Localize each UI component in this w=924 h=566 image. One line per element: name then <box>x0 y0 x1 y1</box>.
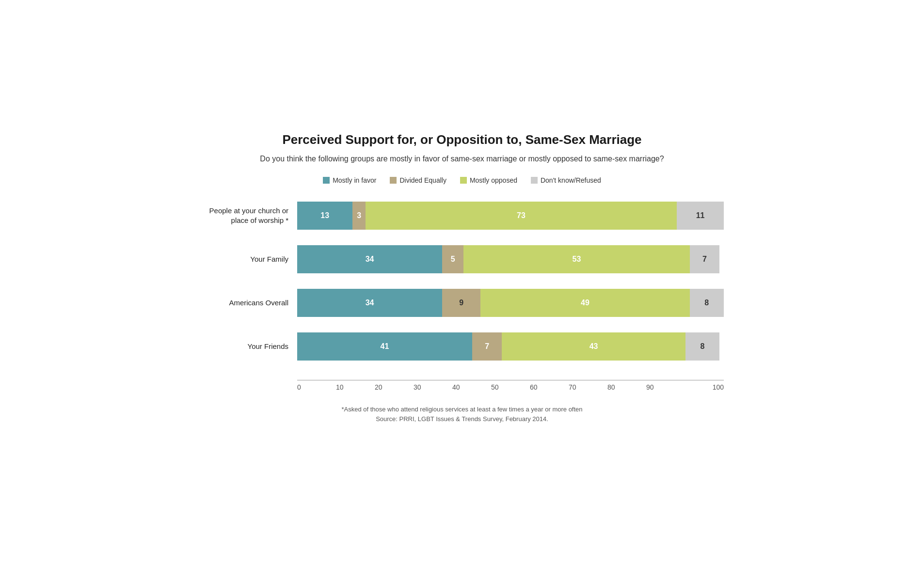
bar-row-0: People at your church or place of worshi… <box>200 202 724 230</box>
bar-segment-0-0: 13 <box>297 202 352 230</box>
legend-swatch-2 <box>460 177 467 184</box>
bar-segment-0-2: 73 <box>366 202 677 230</box>
x-tick-1: 10 <box>336 383 375 391</box>
bar-segment-3-2: 43 <box>502 332 685 361</box>
x-tick-9: 90 <box>646 383 685 391</box>
legend-swatch-1 <box>390 177 397 184</box>
bar-row-1: Your Family345537 <box>200 245 724 273</box>
legend-item-3: Don't know/Refused <box>531 176 601 184</box>
legend-label-1: Divided Equally <box>399 176 446 184</box>
bar-track-2: 349498 <box>297 289 724 317</box>
x-tick-2: 20 <box>375 383 414 391</box>
legend-swatch-0 <box>323 177 330 184</box>
bar-segment-1-0: 34 <box>297 245 442 273</box>
x-axis: 0102030405060708090100 <box>297 380 724 391</box>
bar-segment-3-0: 41 <box>297 332 472 361</box>
footnote: *Asked of those who attend religious ser… <box>200 405 724 425</box>
bar-segment-0-3: 11 <box>677 202 724 230</box>
legend-item-1: Divided Equally <box>390 176 446 184</box>
bar-track-3: 417438 <box>297 332 724 361</box>
chart-container: Perceived Support for, or Opposition to,… <box>171 112 753 454</box>
bar-track-0: 1337311 <box>297 202 724 230</box>
bar-segment-3-1: 7 <box>472 332 502 361</box>
bar-segment-1-1: 5 <box>442 245 463 273</box>
x-tick-4: 40 <box>452 383 491 391</box>
bar-row-3: Your Friends417438 <box>200 332 724 361</box>
legend-swatch-3 <box>531 177 538 184</box>
legend: Mostly in favorDivided EquallyMostly opp… <box>200 176 724 184</box>
x-tick-0: 0 <box>297 383 336 391</box>
bar-segment-2-3: 8 <box>690 289 724 317</box>
bar-label-0: People at your church or place of worshi… <box>200 206 297 225</box>
legend-item-0: Mostly in favor <box>323 176 376 184</box>
bar-row-2: Americans Overall349498 <box>200 289 724 317</box>
bar-segment-2-1: 9 <box>442 289 480 317</box>
bar-segment-0-1: 3 <box>352 202 365 230</box>
bar-label-1: Your Family <box>200 254 297 264</box>
legend-label-2: Mostly opposed <box>470 176 517 184</box>
bar-segment-2-2: 49 <box>480 289 689 317</box>
x-tick-6: 60 <box>530 383 569 391</box>
legend-item-2: Mostly opposed <box>460 176 517 184</box>
bar-track-1: 345537 <box>297 245 724 273</box>
bar-segment-3-3: 8 <box>685 332 719 361</box>
x-tick-5: 50 <box>491 383 530 391</box>
legend-label-3: Don't know/Refused <box>541 176 601 184</box>
x-tick-8: 80 <box>607 383 646 391</box>
legend-label-0: Mostly in favor <box>333 176 376 184</box>
chart-subtitle: Do you think the following groups are mo… <box>200 153 724 165</box>
x-tick-10: 100 <box>685 383 724 391</box>
x-tick-3: 30 <box>414 383 452 391</box>
bar-segment-1-3: 7 <box>690 245 720 273</box>
chart-body: People at your church or place of worshi… <box>200 202 724 376</box>
bar-label-3: Your Friends <box>200 342 297 351</box>
bar-segment-2-0: 34 <box>297 289 442 317</box>
x-tick-7: 70 <box>569 383 607 391</box>
bar-label-2: Americans Overall <box>200 298 297 308</box>
bar-segment-1-2: 53 <box>463 245 689 273</box>
chart-title: Perceived Support for, or Opposition to,… <box>200 132 724 148</box>
